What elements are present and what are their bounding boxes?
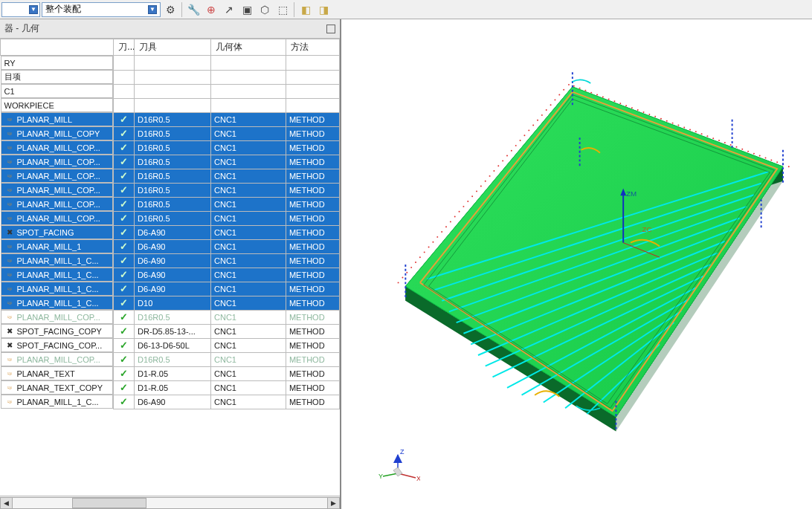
op-name-cell[interactable]: ⎃PLANAR_MILL_1_C... bbox=[1, 395, 114, 409]
op-name-cell[interactable]: C1 bbox=[1, 84, 114, 98]
col-check[interactable]: 刀... bbox=[114, 39, 135, 56]
col-geometry[interactable]: 几何体 bbox=[211, 39, 286, 56]
geometry-cell: CNC1 bbox=[211, 155, 286, 169]
op-name-cell[interactable]: ⎃PLANAR_MILL_COP... bbox=[1, 183, 114, 197]
scroll-right-icon[interactable]: ▶ bbox=[327, 497, 340, 509]
table-row[interactable]: ✖SPOT_FACING✓D6-A90CNC1METHOD bbox=[1, 225, 340, 239]
op-name-cell[interactable]: ⎃PLANAR_TEXT bbox=[1, 366, 114, 380]
spot-icon: ✖ bbox=[4, 341, 15, 350]
col-tool[interactable]: 刀具 bbox=[135, 39, 211, 56]
svg-point-33 bbox=[445, 226, 447, 227]
op-name-cell[interactable]: ⎃PLANAR_MILL_1_C... bbox=[1, 253, 114, 268]
method-cell: METHOD bbox=[286, 282, 339, 296]
op-name-cell[interactable]: ✖SPOT_FACING_COP... bbox=[1, 338, 114, 352]
table-row[interactable]: ⎃PLANAR_MILL_COP...✓D16R0.5CNC1METHOD bbox=[1, 169, 340, 183]
table-row[interactable]: ⎃PLANAR_TEXT✓D1-R.05CNC1METHOD bbox=[1, 366, 340, 380]
svg-point-39 bbox=[471, 195, 473, 197]
geometry-cell: CNC1 bbox=[211, 324, 286, 338]
col-method[interactable]: 方法 bbox=[286, 39, 339, 56]
add-plus-icon[interactable]: ⊕ bbox=[203, 1, 219, 18]
cube-icon[interactable]: ◧ bbox=[297, 1, 314, 18]
method-cell: METHOD bbox=[286, 380, 339, 395]
table-row[interactable]: 目项 bbox=[1, 70, 340, 84]
op-name-cell[interactable]: RY bbox=[1, 56, 114, 70]
svg-point-68 bbox=[608, 98, 610, 100]
op-name-cell[interactable]: ⎃PLANAR_MILL_COP... bbox=[1, 140, 114, 155]
check-cell: ✓ bbox=[114, 352, 135, 366]
table-row[interactable]: ⎃PLANAR_MILL_1_C...✓D10CNC1METHOD bbox=[1, 296, 340, 310]
table-row[interactable]: ⎃PLANAR_MILL_COP...✓D16R0.5CNC1METHOD bbox=[1, 140, 340, 155]
op-name: PLANAR_MILL_COP... bbox=[17, 172, 100, 181]
table-row[interactable]: ⎃PLANAR_MILL_1_C...✓D6-A90CNC1METHOD bbox=[1, 268, 340, 282]
geometry-cell: CNC1 bbox=[211, 225, 286, 239]
op-name-cell[interactable]: ⎃PLANAR_MILL_COP... bbox=[1, 211, 114, 225]
table-row[interactable]: C1 bbox=[1, 84, 340, 98]
pin-icon[interactable] bbox=[326, 25, 335, 33]
op-name-cell[interactable]: ⎃PLANAR_MILL_COP... bbox=[1, 352, 114, 366]
table-row[interactable]: ⎃PLANAR_MILL_COP...✓D16R0.5CNC1METHOD bbox=[1, 197, 340, 211]
select-rect-icon[interactable]: ⬚ bbox=[274, 1, 291, 18]
op-name-cell[interactable]: ⎃PLANAR_MILL_1_C... bbox=[1, 282, 114, 296]
table-row[interactable]: ⎃PLANAR_MILL_1_C...✓D6-A90CNC1METHOD bbox=[1, 395, 340, 409]
op-name-cell[interactable]: ⎃PLANAR_MILL_COP... bbox=[1, 197, 114, 211]
op-name: PLANAR_MILL bbox=[17, 115, 73, 124]
op-name-cell[interactable]: ⎃PLANAR_TEXT_COPY bbox=[1, 380, 114, 395]
svg-text:Z: Z bbox=[400, 448, 405, 455]
table-row[interactable]: ⎃PLANAR_MILL_COP...✓D16R0.5CNC1METHOD bbox=[1, 183, 340, 197]
scroll-thumb[interactable] bbox=[72, 498, 146, 508]
svg-point-70 bbox=[619, 103, 621, 104]
3d-viewport[interactable]: ZM ZC X Y Z bbox=[355, 19, 812, 509]
operations-table[interactable]: 刀... 刀具 几何体 方法 RY目项C1WORKPIECE⎃PLANAR_MI… bbox=[0, 39, 340, 409]
op-name-cell[interactable]: ⎃PLANAR_MILL_COPY bbox=[1, 126, 114, 140]
check-cell: ✓ bbox=[114, 140, 135, 155]
op-name-cell[interactable]: ⎃PLANAR_MILL_COP... bbox=[1, 310, 114, 324]
view-triad[interactable]: X Y Z bbox=[376, 444, 420, 488]
op-name-cell[interactable]: ✖SPOT_FACING bbox=[1, 225, 114, 239]
col-name[interactable] bbox=[1, 39, 114, 56]
op-name-cell[interactable]: 目项 bbox=[1, 70, 114, 84]
horizontal-scrollbar[interactable]: ◀ ▶ bbox=[0, 496, 340, 509]
table-row[interactable]: ⎃PLANAR_MILL✓D16R0.5CNC1METHOD bbox=[1, 112, 340, 126]
table-row[interactable]: ⎃PLANAR_MILL_COP...✓D16R0.5CNC1METHOD bbox=[1, 310, 340, 324]
op-name-cell[interactable]: WORKPIECE bbox=[1, 98, 114, 112]
method-cell: METHOD bbox=[286, 112, 339, 126]
mill-icon: ⎃ bbox=[4, 355, 15, 364]
hex-icon[interactable]: ⬡ bbox=[257, 1, 273, 18]
small-dropdown[interactable]: ▼ bbox=[1, 2, 40, 17]
op-name-cell[interactable]: ⎃PLANAR_MILL_COP... bbox=[1, 169, 114, 183]
table-row[interactable]: ✖SPOT_FACING_COPY✓DR-D5.85-13-...CNC1MET… bbox=[1, 324, 340, 338]
mill-icon: ⎃ bbox=[4, 313, 15, 322]
op-name-cell[interactable]: ✖SPOT_FACING_COPY bbox=[1, 324, 114, 338]
table-row[interactable]: WORKPIECE bbox=[1, 98, 340, 112]
table-row[interactable]: ⎃PLANAR_MILL_COPY✓D16R0.5CNC1METHOD bbox=[1, 126, 340, 140]
op-name-cell[interactable]: ⎃PLANAR_MILL_1_C... bbox=[1, 296, 114, 310]
tool-cell bbox=[135, 84, 211, 98]
op-name: PLANAR_MILL_COP... bbox=[17, 313, 100, 322]
svg-point-31 bbox=[436, 236, 438, 238]
table-row[interactable]: ⎃PLANAR_TEXT_COPY✓D1-R.05CNC1METHOD bbox=[1, 380, 340, 395]
table-row[interactable]: RY bbox=[1, 56, 340, 71]
table-row[interactable]: ⎃PLANAR_MILL_COP...✓D16R0.5CNC1METHOD bbox=[1, 352, 340, 366]
tool-button-2[interactable]: 🔧 bbox=[185, 1, 202, 18]
check-cell: ✓ bbox=[114, 380, 135, 395]
tool-button-5[interactable]: ▣ bbox=[239, 1, 255, 18]
op-name-cell[interactable]: ⎃PLANAR_MILL_COP... bbox=[1, 155, 114, 169]
tool-button-1[interactable]: ⚙ bbox=[162, 1, 178, 18]
table-row[interactable]: ⎃PLANAR_MILL_1✓D6-A90CNC1METHOD bbox=[1, 239, 340, 253]
op-name-cell[interactable]: ⎃PLANAR_MILL_1_C... bbox=[1, 268, 114, 282]
model-view[interactable]: ZM ZC bbox=[355, 19, 812, 509]
svg-point-95 bbox=[765, 158, 767, 159]
tool-button-4[interactable]: ↗ bbox=[221, 1, 237, 18]
op-name-cell[interactable]: ⎃PLANAR_MILL bbox=[1, 112, 114, 126]
scroll-track[interactable] bbox=[13, 497, 327, 509]
svg-point-69 bbox=[614, 100, 616, 102]
table-row[interactable]: ⎃PLANAR_MILL_COP...✓D16R0.5CNC1METHOD bbox=[1, 211, 340, 225]
op-name-cell[interactable]: ⎃PLANAR_MILL_1 bbox=[1, 239, 114, 253]
table-row[interactable]: ⎃PLANAR_MILL_1_C...✓D6-A90CNC1METHOD bbox=[1, 282, 340, 296]
table-row[interactable]: ⎃PLANAR_MILL_1_C...✓D6-A90CNC1METHOD bbox=[1, 253, 340, 268]
scroll-left-icon[interactable]: ◀ bbox=[0, 497, 13, 509]
table-row[interactable]: ✖SPOT_FACING_COP...✓D6-13-D6-50LCNC1METH… bbox=[1, 338, 340, 352]
cube-solid-icon[interactable]: ◨ bbox=[315, 1, 332, 18]
table-row[interactable]: ⎃PLANAR_MILL_COP...✓D16R0.5CNC1METHOD bbox=[1, 155, 340, 169]
assembly-dropdown[interactable]: 整个装配 ▼ bbox=[42, 2, 161, 17]
